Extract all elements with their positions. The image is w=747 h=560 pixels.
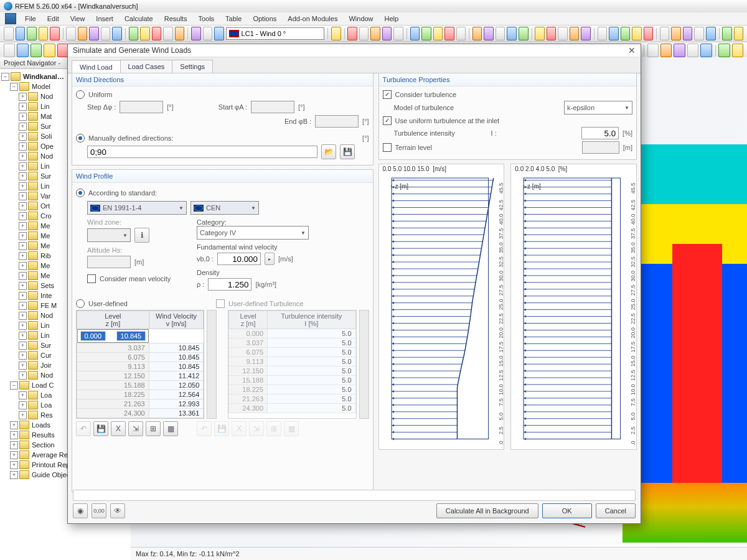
table-row[interactable]: 3.0375.0 xyxy=(229,338,355,348)
close-icon[interactable]: ✕ xyxy=(628,45,636,55)
menu-table[interactable]: Table xyxy=(220,14,247,24)
annex-select[interactable]: CEN▼ xyxy=(190,201,259,215)
toolbar-button[interactable] xyxy=(370,27,380,40)
table-row[interactable]: 6.0755.0 xyxy=(229,348,355,357)
toolbar-button[interactable] xyxy=(140,27,150,40)
table-row[interactable]: 15.18812.050 xyxy=(77,381,204,390)
vb-input[interactable] xyxy=(217,253,261,265)
loadcase-combo[interactable]: LC1 - Wind 0 ° xyxy=(226,27,325,40)
table-tool-button[interactable]: ⇲ xyxy=(128,421,143,436)
toolbar-button[interactable] xyxy=(4,44,15,57)
toolbar-button[interactable] xyxy=(734,27,744,40)
toolbar-button[interactable] xyxy=(31,44,42,57)
menu-options[interactable]: Options xyxy=(248,14,281,24)
toolbar-button[interactable] xyxy=(175,27,185,40)
table-tool-button[interactable]: ⊞ xyxy=(146,421,161,436)
toolbar-button[interactable] xyxy=(163,27,173,40)
menu-tools[interactable]: Tools xyxy=(193,14,219,24)
table-tool-button[interactable]: ▦ xyxy=(163,421,178,436)
toolbar-button[interactable] xyxy=(214,27,224,40)
toolbar-button[interactable] xyxy=(444,27,454,40)
toolbar-button[interactable] xyxy=(632,27,642,40)
spinner-icon[interactable]: ▸ xyxy=(265,253,275,265)
toolbar-button[interactable] xyxy=(101,27,111,40)
table-row[interactable]: 3.03710.845 xyxy=(77,343,204,353)
toolbar-button[interactable] xyxy=(433,27,443,40)
radio-uniform[interactable] xyxy=(76,90,85,99)
toolbar-button[interactable] xyxy=(598,27,608,40)
toolbar-button[interactable] xyxy=(456,27,466,40)
terrain-checkbox[interactable] xyxy=(383,143,392,152)
toolbar-button[interactable] xyxy=(700,44,712,57)
toolbar-button[interactable] xyxy=(519,27,529,40)
dialog-title-bar[interactable]: Simulate and Generate Wind Loads ✕ xyxy=(68,44,641,57)
menu-insert[interactable]: Insert xyxy=(91,14,118,24)
scrollbar[interactable] xyxy=(359,310,369,419)
toolbar-button[interactable] xyxy=(570,27,580,40)
table-row[interactable]: 24.3005.0 xyxy=(229,404,355,413)
toolbar-button[interactable] xyxy=(382,27,392,40)
tab-load-cases[interactable]: Load Cases xyxy=(120,60,173,73)
table-row[interactable]: 15.1885.0 xyxy=(229,376,355,385)
menu-calculate[interactable]: Calculate xyxy=(120,14,158,24)
toolbar-button[interactable] xyxy=(581,27,591,40)
toolbar-button[interactable] xyxy=(129,27,139,40)
toolbar-button[interactable] xyxy=(722,27,732,40)
toolbar-button[interactable] xyxy=(644,27,654,40)
menu-file[interactable]: File xyxy=(20,14,41,24)
table-row[interactable]: 9.1135.0 xyxy=(229,357,355,366)
mean-velocity-checkbox[interactable] xyxy=(87,274,96,283)
table-row[interactable]: 21.26312.993 xyxy=(77,399,204,409)
consider-turb-checkbox[interactable] xyxy=(383,90,392,99)
toolbar-button[interactable] xyxy=(16,27,26,40)
toolbar-button[interactable] xyxy=(732,44,743,57)
toolbar-button[interactable] xyxy=(331,27,341,40)
toolbar-button[interactable] xyxy=(647,44,659,57)
toolbar-button[interactable] xyxy=(609,27,619,40)
radio-user-defined[interactable] xyxy=(76,299,85,308)
help-icon[interactable]: ◉ xyxy=(73,503,88,518)
cancel-button[interactable]: Cancel xyxy=(596,503,636,518)
info-icon[interactable]: ℹ xyxy=(134,228,149,243)
turb-intensity-input[interactable] xyxy=(581,127,619,139)
toolbar-button[interactable] xyxy=(44,44,55,57)
table-row[interactable]: 12.15011.412 xyxy=(77,371,204,381)
toolbar-button[interactable] xyxy=(484,27,494,40)
table-row[interactable]: 9.11310.845 xyxy=(77,362,204,371)
manual-directions-input[interactable] xyxy=(87,146,317,158)
toolbar-button[interactable] xyxy=(66,27,76,40)
table-row[interactable]: 18.22512.564 xyxy=(77,390,204,399)
table-tool-button[interactable]: X xyxy=(111,421,126,436)
ok-button[interactable]: OK xyxy=(542,503,592,518)
app-menu-icon[interactable] xyxy=(5,13,16,24)
toolbar-button[interactable] xyxy=(558,27,568,40)
toolbar-button[interactable] xyxy=(27,27,37,40)
toolbar-button[interactable] xyxy=(152,27,162,40)
toolbar-button[interactable] xyxy=(78,27,88,40)
toolbar-button[interactable] xyxy=(694,27,704,40)
table-row[interactable]: 18.2255.0 xyxy=(229,385,355,394)
toolbar-button[interactable] xyxy=(347,27,357,40)
toolbar-button[interactable] xyxy=(660,44,672,57)
toolbar-button[interactable] xyxy=(706,27,716,40)
toolbar-button[interactable] xyxy=(687,44,698,57)
toolbar-button[interactable] xyxy=(112,27,122,40)
radio-manual[interactable] xyxy=(76,134,85,142)
toolbar-button[interactable] xyxy=(671,27,681,40)
scrollbar[interactable] xyxy=(207,310,217,419)
table-tool-button[interactable]: 💾 xyxy=(93,421,108,436)
toolbar-button[interactable] xyxy=(17,44,28,57)
toolbar-button[interactable] xyxy=(191,27,201,40)
toolbar-button[interactable] xyxy=(718,44,730,57)
turbulence-table[interactable]: Levelz [m] Turbulence intensityI [%] 0.0… xyxy=(228,310,356,419)
radio-standard[interactable] xyxy=(76,189,85,197)
toolbar-button[interactable] xyxy=(421,27,431,40)
uniform-turb-checkbox[interactable] xyxy=(383,116,392,125)
density-input[interactable] xyxy=(208,278,251,291)
toolbar-button[interactable] xyxy=(621,27,631,40)
category-select[interactable]: Category IV▼ xyxy=(197,226,309,240)
preview-icon[interactable]: 👁 xyxy=(110,503,125,518)
table-row[interactable]: 21.2635.0 xyxy=(229,394,355,404)
table-row[interactable]: 12.1505.0 xyxy=(229,366,355,376)
toolbar-button[interactable] xyxy=(203,27,213,40)
